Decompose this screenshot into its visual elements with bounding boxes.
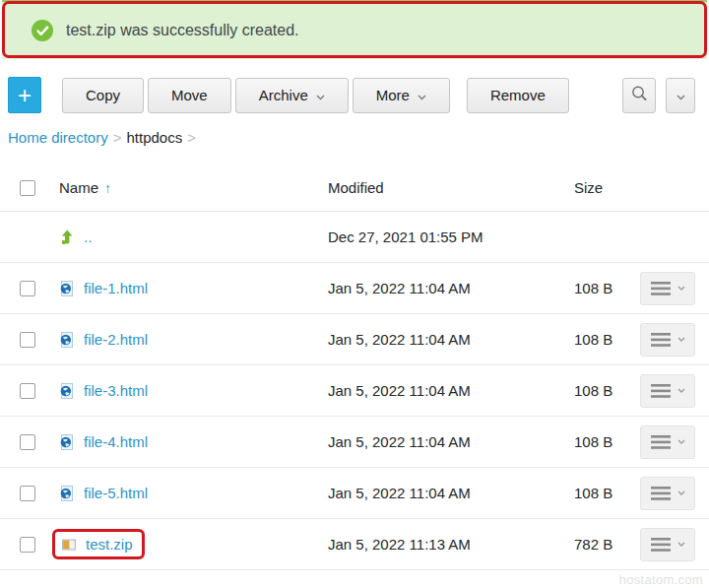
breadcrumb: Home directory>httpdocs> — [8, 129, 701, 149]
zip-file-icon — [61, 537, 77, 553]
hamburger-menu-icon — [651, 282, 671, 295]
breadcrumb-separator: > — [108, 129, 127, 146]
hamburger-menu-icon — [651, 333, 671, 347]
table-row: file-4.html Jan 5, 2022 11:04 AM 108 B — [0, 417, 709, 468]
size-cell: 108 B — [566, 280, 630, 296]
hamburger-menu-icon — [651, 384, 671, 398]
size-cell: 108 B — [566, 331, 630, 348]
row-actions-menu-button[interactable] — [640, 374, 695, 408]
sort-ascending-icon: ↑ — [104, 180, 111, 196]
archive-button[interactable]: Archive — [235, 78, 349, 113]
file-link[interactable]: .. — [84, 229, 92, 245]
size-cell: 108 B — [566, 382, 630, 399]
chevron-down-icon — [677, 337, 685, 342]
red-annotation-test-zip: test.zip — [52, 529, 145, 559]
copy-button[interactable]: Copy — [62, 78, 144, 113]
row-checkbox[interactable] — [20, 434, 35, 450]
breadcrumb-httpdocs: httpdocs — [126, 129, 182, 146]
table-row: file-5.html Jan 5, 2022 11:04 AM 108 B — [0, 468, 709, 519]
row-checkbox[interactable] — [20, 332, 35, 348]
column-header-size[interactable]: Size — [566, 179, 630, 196]
html-file-icon — [59, 332, 75, 348]
row-checkbox[interactable] — [20, 486, 35, 501]
modified-cell: Jan 5, 2022 11:04 AM — [328, 382, 566, 399]
select-all-checkbox[interactable] — [20, 180, 35, 196]
column-header-modified[interactable]: Modified — [328, 179, 566, 196]
table-header: Name ↑ Modified Size — [0, 164, 709, 212]
row-checkbox[interactable] — [20, 537, 35, 553]
table-row: file-3.html Jan 5, 2022 11:04 AM 108 B — [0, 365, 709, 417]
modified-cell: Jan 5, 2022 11:13 AM — [328, 536, 566, 553]
row-actions-menu-button[interactable] — [640, 425, 695, 459]
modified-cell: Jan 5, 2022 11:04 AM — [328, 433, 566, 450]
file-link[interactable]: file-3.html — [84, 382, 148, 399]
html-file-icon — [59, 281, 75, 296]
success-alert: test.zip was successfully created. — [2, 0, 707, 59]
chevron-down-icon — [677, 490, 685, 495]
size-cell: 782 B — [566, 536, 630, 553]
table-row: file-1.html Jan 5, 2022 11:04 AM 108 B — [0, 263, 709, 314]
size-cell: 108 B — [566, 433, 630, 450]
chevron-down-icon — [418, 87, 426, 103]
html-file-icon — [59, 434, 75, 450]
row-actions-menu-button[interactable] — [640, 477, 695, 510]
search-button[interactable] — [622, 78, 656, 113]
table-row-parent-dir: .. Dec 27, 2021 01:55 PM — [0, 212, 709, 263]
row-actions-menu-button[interactable] — [640, 272, 695, 305]
row-actions-menu-button[interactable] — [640, 323, 695, 357]
size-cell: 108 B — [566, 485, 630, 501]
folder-up-icon — [59, 229, 75, 245]
search-group — [622, 78, 695, 113]
plus-icon: + — [18, 84, 32, 107]
modified-cell: Jan 5, 2022 11:04 AM — [328, 485, 566, 501]
modified-cell: Dec 27, 2021 01:55 PM — [328, 229, 566, 245]
file-link[interactable]: test.zip — [86, 536, 133, 553]
table-row-test-zip: test.zip Jan 5, 2022 11:13 AM 782 B — [0, 519, 709, 570]
chevron-down-icon — [316, 87, 325, 103]
file-link[interactable]: file-2.html — [84, 331, 148, 348]
chevron-down-icon — [677, 87, 685, 103]
hamburger-menu-icon — [651, 538, 671, 552]
move-button[interactable]: Move — [148, 78, 231, 113]
row-actions-menu-button[interactable] — [640, 528, 695, 561]
file-link[interactable]: file-5.html — [84, 485, 148, 501]
breadcrumb-separator: > — [182, 129, 201, 146]
chevron-down-icon — [677, 542, 685, 547]
row-checkbox[interactable] — [20, 383, 35, 399]
file-table: Name ↑ Modified Size .. Dec 27, 2021 01:… — [0, 164, 709, 570]
hamburger-menu-icon — [651, 435, 671, 449]
add-button[interactable]: + — [8, 77, 41, 113]
toolbar: + Copy Move Archive More Remove — [8, 77, 695, 113]
file-link[interactable]: file-1.html — [84, 280, 148, 296]
remove-button[interactable]: Remove — [467, 78, 569, 113]
row-checkbox[interactable] — [20, 281, 35, 296]
search-dropdown-button[interactable] — [666, 78, 695, 113]
table-row: file-2.html Jan 5, 2022 11:04 AM 108 B — [0, 314, 709, 365]
column-header-name[interactable]: Name ↑ — [51, 179, 328, 196]
file-link[interactable]: file-4.html — [84, 433, 148, 450]
chevron-down-icon — [677, 286, 685, 291]
alert-message: test.zip was successfully created. — [66, 22, 299, 39]
breadcrumb-home-directory[interactable]: Home directory — [8, 129, 108, 146]
search-icon — [630, 85, 648, 105]
chevron-down-icon — [677, 439, 685, 444]
more-button[interactable]: More — [353, 78, 450, 113]
check-circle-icon — [32, 20, 53, 41]
modified-cell: Jan 5, 2022 11:04 AM — [328, 331, 566, 348]
hamburger-menu-icon — [651, 487, 671, 500]
chevron-down-icon — [677, 388, 685, 393]
modified-cell: Jan 5, 2022 11:04 AM — [328, 280, 566, 296]
watermark: hostatom.com — [619, 572, 703, 587]
html-file-icon — [59, 383, 75, 399]
html-file-icon — [59, 486, 75, 501]
